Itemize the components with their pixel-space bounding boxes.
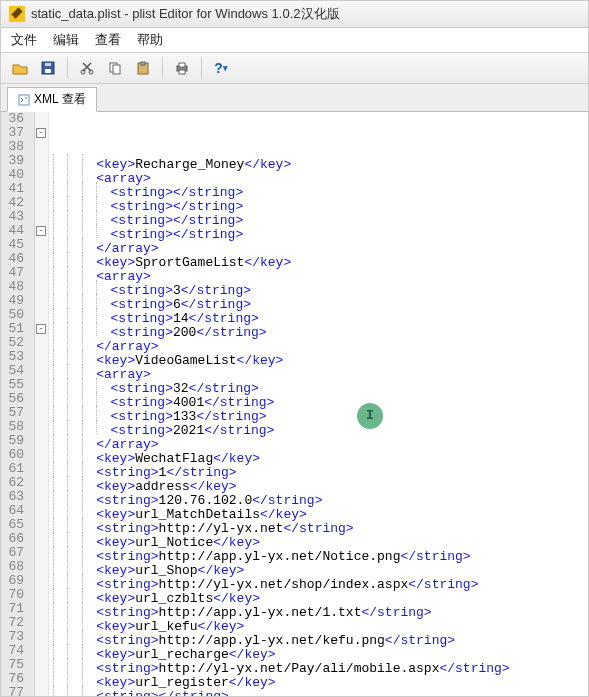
line-number: 45 — [7, 238, 24, 252]
line-number: 67 — [7, 546, 24, 560]
code-line[interactable]: <string>200</string> — [53, 322, 584, 336]
code-line[interactable]: <string>6</string> — [53, 294, 584, 308]
code-line[interactable]: <array> — [53, 168, 584, 182]
code-line[interactable]: <key>VideoGameList</key> — [53, 350, 584, 364]
tab-xml-view[interactable]: XML 查看 — [7, 87, 97, 112]
menu-view[interactable]: 查看 — [95, 31, 121, 49]
line-number: 63 — [7, 490, 24, 504]
code-line[interactable]: <string>http://yl-yx.net/Pay/ali/mobile.… — [53, 658, 584, 672]
code-line[interactable]: <string></string> — [53, 182, 584, 196]
line-number: 60 — [7, 448, 24, 462]
line-number: 47 — [7, 266, 24, 280]
code-line[interactable]: <string>http://app.yl-yx.net/kefu.png</s… — [53, 630, 584, 644]
code-line[interactable]: <string></string> — [53, 210, 584, 224]
line-number: 51 — [7, 322, 24, 336]
svg-rect-1 — [45, 69, 51, 73]
code-line[interactable]: <string>14</string> — [53, 308, 584, 322]
line-number: 59 — [7, 434, 24, 448]
code-line[interactable]: <key>WechatFlag</key> — [53, 448, 584, 462]
line-number: 58 — [7, 420, 24, 434]
code-line[interactable]: <string>120.76.102.0</string> — [53, 490, 584, 504]
line-number: 37 — [7, 126, 24, 140]
line-number: 53 — [7, 350, 24, 364]
line-number: 75 — [7, 658, 24, 672]
copy-icon[interactable] — [104, 57, 126, 79]
line-number: 54 — [7, 364, 24, 378]
svg-rect-11 — [179, 70, 185, 74]
line-number: 36 — [7, 112, 24, 126]
code-line[interactable]: <string>32</string> — [53, 378, 584, 392]
fold-toggle[interactable]: - — [36, 128, 46, 138]
code-line[interactable]: <string>4001</string> — [53, 392, 584, 406]
line-number: 74 — [7, 644, 24, 658]
tabstrip: XML 查看 — [1, 84, 588, 112]
fold-column: --- — [35, 112, 49, 696]
separator — [67, 58, 68, 78]
menu-file[interactable]: 文件 — [11, 31, 37, 49]
print-icon[interactable] — [171, 57, 193, 79]
code-line[interactable]: </array> — [53, 434, 584, 448]
menu-edit[interactable]: 编辑 — [53, 31, 79, 49]
menu-help[interactable]: 帮助 — [137, 31, 163, 49]
code-line[interactable]: <string>2021</string> — [53, 420, 584, 434]
line-number-gutter: 3637383940414243444546474849505152535455… — [1, 112, 35, 696]
line-number: 40 — [7, 168, 24, 182]
code-line[interactable]: <key>Recharge_Money</key> — [53, 154, 584, 168]
code-line[interactable]: <string>133</string> — [53, 406, 584, 420]
line-number: 44 — [7, 224, 24, 238]
code-line[interactable]: <string>3</string> — [53, 280, 584, 294]
code-line[interactable]: <string>http://yl-yx.net</string> — [53, 518, 584, 532]
tab-label: XML 查看 — [34, 91, 86, 108]
fold-toggle[interactable]: - — [36, 226, 46, 236]
code-line[interactable]: <array> — [53, 266, 584, 280]
line-number: 70 — [7, 588, 24, 602]
svg-rect-12 — [19, 95, 29, 105]
code-line[interactable]: <string>1</string> — [53, 462, 584, 476]
line-number: 38 — [7, 140, 24, 154]
line-number: 69 — [7, 574, 24, 588]
xml-icon — [18, 94, 30, 106]
code-line[interactable]: <string>http://yl-yx.net/shop/index.aspx… — [53, 574, 584, 588]
code-area[interactable]: I <key>Recharge_Money</key><array><strin… — [49, 112, 588, 696]
line-number: 62 — [7, 476, 24, 490]
code-line[interactable]: <key>SprortGameList</key> — [53, 252, 584, 266]
code-line[interactable]: <string></string> — [53, 686, 584, 696]
line-number: 39 — [7, 154, 24, 168]
code-line[interactable]: <string>http://app.yl-yx.net/1.txt</stri… — [53, 602, 584, 616]
line-number: 66 — [7, 532, 24, 546]
code-line[interactable]: </array> — [53, 238, 584, 252]
line-number: 77 — [7, 686, 24, 696]
window-title: static_data.plist - plist Editor for Win… — [31, 5, 340, 23]
code-editor[interactable]: 3637383940414243444546474849505152535455… — [1, 112, 588, 696]
line-number: 65 — [7, 518, 24, 532]
save-icon[interactable] — [37, 57, 59, 79]
code-line[interactable]: <string></string> — [53, 224, 584, 238]
line-number: 64 — [7, 504, 24, 518]
svg-rect-6 — [113, 65, 120, 74]
about-icon[interactable]: ?▾ — [210, 57, 232, 79]
line-number: 46 — [7, 252, 24, 266]
line-number: 50 — [7, 308, 24, 322]
line-number: 71 — [7, 602, 24, 616]
code-line[interactable]: <key>address</key> — [53, 476, 584, 490]
code-line[interactable]: </array> — [53, 336, 584, 350]
menubar: 文件 编辑 查看 帮助 — [1, 28, 588, 53]
cut-icon[interactable] — [76, 57, 98, 79]
code-line[interactable]: <string></string> — [53, 196, 584, 210]
line-number: 55 — [7, 378, 24, 392]
fold-toggle[interactable]: - — [36, 324, 46, 334]
toolbar: ?▾ — [1, 53, 588, 84]
line-number: 68 — [7, 560, 24, 574]
code-line[interactable]: <string>http://app.yl-yx.net/Notice.png<… — [53, 546, 584, 560]
line-number: 41 — [7, 182, 24, 196]
line-number: 56 — [7, 392, 24, 406]
titlebar: static_data.plist - plist Editor for Win… — [1, 1, 588, 28]
line-number: 76 — [7, 672, 24, 686]
line-number: 57 — [7, 406, 24, 420]
paste-icon[interactable] — [132, 57, 154, 79]
open-icon[interactable] — [9, 57, 31, 79]
code-line[interactable]: <array> — [53, 364, 584, 378]
separator — [201, 58, 202, 78]
line-number: 42 — [7, 196, 24, 210]
svg-rect-8 — [141, 62, 145, 65]
